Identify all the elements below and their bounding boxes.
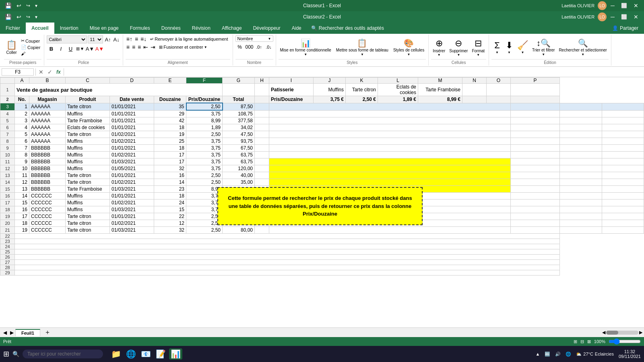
excel-icon[interactable]: 📊: [169, 348, 182, 360]
align-right-icon[interactable]: ≡: [137, 43, 142, 51]
col-J-header[interactable]: J: [314, 78, 346, 84]
align-left-icon[interactable]: ≡: [126, 43, 130, 51]
tab-mise-en-page[interactable]: Mise en page: [84, 23, 124, 34]
decimal-less-button[interactable]: .0↓: [264, 43, 273, 51]
window-controls-2[interactable]: Laetitia OLIVIER LO ─ ⬜ ✕: [561, 12, 641, 21]
row-9-header[interactable]: 9: [0, 145, 15, 152]
cell-J2[interactable]: 3,75 €: [314, 96, 346, 103]
minimize-2[interactable]: ─: [608, 13, 617, 21]
cell-O3[interactable]: [560, 103, 602, 110]
col-H-header[interactable]: H: [255, 78, 269, 84]
trier-button[interactable]: ↕🔍 Trier et filtrer ▼: [530, 37, 556, 57]
cell-P2[interactable]: [511, 96, 560, 103]
cell-M2[interactable]: 8,99 €: [418, 96, 462, 103]
cell-D3[interactable]: 01/01/2021: [110, 103, 154, 110]
tab-accueil[interactable]: Accueil: [26, 23, 54, 34]
save-icon[interactable]: 💾: [3, 2, 13, 10]
undo-icon-2[interactable]: ↩: [15, 13, 23, 21]
close-1[interactable]: ✕: [631, 2, 641, 10]
underline-button[interactable]: U: [66, 44, 75, 53]
font-grow-icon[interactable]: A↑: [104, 36, 111, 43]
effacer-button[interactable]: 🧹 ▼: [516, 39, 530, 55]
cell-G2[interactable]: Total: [223, 96, 255, 103]
italic-button[interactable]: I: [56, 44, 65, 53]
row-8-header[interactable]: 8: [0, 138, 15, 145]
restore-1[interactable]: ⬜: [619, 2, 630, 9]
restore-2[interactable]: ⬜: [619, 13, 630, 21]
row-20-header[interactable]: 20: [0, 220, 15, 227]
row-21-header[interactable]: 21: [0, 227, 15, 234]
remplissage-button[interactable]: ⬇ ▼: [504, 39, 515, 55]
row-3-header[interactable]: 3: [0, 103, 15, 110]
row-15-header[interactable]: 15: [0, 186, 15, 193]
col-D-header[interactable]: D: [110, 78, 154, 84]
inserer-button[interactable]: ⊕ Insérer ▼: [431, 37, 447, 58]
row-7-header[interactable]: 7: [0, 131, 15, 138]
cell-G1[interactable]: [223, 84, 255, 96]
reproduire-button[interactable]: 🖌: [20, 51, 41, 56]
sheet-scroll-container[interactable]: A B C D E F G H I J K L M N O P: [0, 77, 644, 327]
somme-button[interactable]: Σ ▼: [491, 39, 503, 55]
scroll-right-icon[interactable]: ▶: [8, 329, 15, 336]
bold-button[interactable]: B: [47, 44, 56, 53]
close-2[interactable]: ✕: [631, 13, 641, 21]
col-F-header[interactable]: F: [186, 78, 223, 84]
view-layout-icon[interactable]: ⊟: [580, 339, 584, 344]
align-bottom-icon[interactable]: ≡↓: [140, 35, 147, 43]
fusionner-button[interactable]: ⊞ Fusionner et centrer ▼: [157, 44, 209, 51]
font-shrink-icon[interactable]: A↓: [113, 36, 120, 43]
cell-P1[interactable]: [511, 84, 560, 96]
quick-access-2[interactable]: 💾 ↩ ↪ ▼: [3, 13, 39, 21]
cell-M1[interactable]: Tarte Framboise: [418, 84, 462, 96]
cell-A3[interactable]: 1: [15, 103, 29, 110]
percent-button[interactable]: %: [235, 43, 244, 51]
row-4-header[interactable]: 4: [0, 110, 15, 117]
save-icon-2[interactable]: 💾: [3, 13, 13, 21]
row-17-header[interactable]: 17: [0, 200, 15, 206]
tab-donnees[interactable]: Données: [156, 23, 186, 34]
row-6-header[interactable]: 6: [0, 124, 15, 131]
cell-K1[interactable]: Tarte citron: [346, 84, 378, 96]
scroll-left-sheet[interactable]: ◀: [602, 330, 605, 335]
confirm-formula-icon[interactable]: ✓: [46, 69, 54, 75]
format-button[interactable]: ⊟ Format ▼: [470, 37, 486, 58]
row-2-header[interactable]: 2: [0, 96, 15, 103]
tab-insertion[interactable]: Insertion: [54, 23, 84, 34]
fill-color-button[interactable]: A▼: [85, 44, 94, 53]
windows-icon[interactable]: ⊞: [3, 350, 9, 358]
renvoyer-button[interactable]: ↵ Renvoyer à la ligne automatiquement: [148, 36, 230, 43]
cell-O2[interactable]: [487, 96, 511, 103]
col-E-header[interactable]: E: [154, 78, 186, 84]
outlook-icon[interactable]: 📧: [139, 348, 153, 360]
couper-button[interactable]: ✂ Couper: [20, 38, 41, 44]
row-14-header[interactable]: 14: [0, 179, 15, 186]
zoom-slider[interactable]: [609, 338, 641, 345]
network-icon[interactable]: 🌐: [566, 352, 571, 357]
col-N-header[interactable]: N: [462, 78, 487, 84]
scrollbar-track[interactable]: [606, 331, 638, 335]
col-L-header[interactable]: L: [378, 78, 418, 84]
tab-fichier[interactable]: Fichier: [0, 23, 26, 34]
redo-icon-2[interactable]: ↪: [25, 13, 32, 21]
styles-cellules-button[interactable]: 🎨 Styles de cellules ▼: [392, 37, 426, 57]
cell-F3[interactable]: 2,50: [186, 103, 223, 110]
col-M-header[interactable]: M: [418, 78, 462, 84]
align-top-icon[interactable]: ≡↑: [126, 35, 133, 43]
indent-more-icon[interactable]: ⇥: [150, 43, 156, 51]
dropdown-icon[interactable]: ▼: [33, 3, 39, 9]
cell-B2[interactable]: Magasin: [29, 96, 66, 103]
cell-A1[interactable]: Vente de gateaux par boutique: [15, 84, 223, 96]
corner-cell[interactable]: [0, 78, 15, 84]
add-sheet-button[interactable]: ＋: [41, 327, 54, 337]
col-O-header[interactable]: O: [487, 78, 511, 84]
tab-formules[interactable]: Formules: [124, 23, 156, 34]
row-13-header[interactable]: 13: [0, 172, 15, 179]
align-center-icon[interactable]: ≡: [131, 43, 136, 51]
row-5-header[interactable]: 5: [0, 117, 15, 124]
cell-O1[interactable]: [487, 84, 511, 96]
window-controls-1[interactable]: Laetitia OLIVIER LO ─ ⬜ ✕: [561, 1, 641, 10]
mettre-sous-forme-button[interactable]: 📋 Mettre sous forme de tableau ▼: [334, 37, 390, 57]
insert-function-icon[interactable]: fx: [55, 69, 62, 75]
cell-E3[interactable]: 35: [154, 103, 186, 110]
cell-K2[interactable]: 2,50 €: [346, 96, 378, 103]
